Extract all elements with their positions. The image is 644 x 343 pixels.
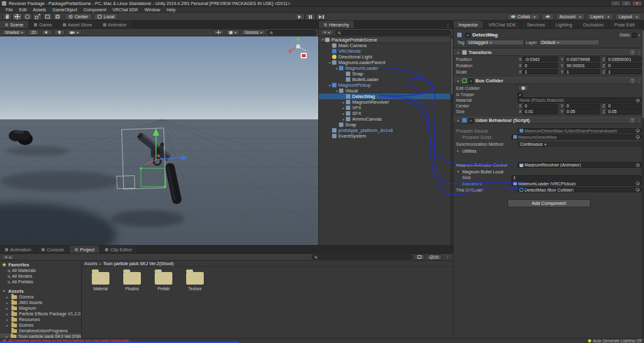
static-checkbox[interactable] [632,33,637,38]
hierarchy-item[interactable]: ▸ VFX [319,105,453,111]
foldout-arrow-icon[interactable]: ▸ [5,301,9,305]
asset-folder[interactable]: Material [88,272,113,291]
hidden-packages-icon[interactable]: 20 [426,254,441,260]
hierarchy-item[interactable]: ▾ MagnumPickup [319,82,453,88]
menu-item[interactable]: Edit [16,8,30,12]
inspector-tab[interactable]: Lighting [550,21,577,28]
panel-menu-icon[interactable]: ⋮ [443,23,453,28]
hierarchy-item[interactable]: ▾ MagnumLoader [319,65,453,71]
step-button[interactable] [316,13,326,20]
component-enabled-checkbox[interactable]: ✓ [469,118,474,123]
bullet-local-foldout[interactable]: ▾ Magnum Bullet Local [456,168,641,175]
rotation-z-field[interactable]: 0 [606,63,641,68]
hierarchy-item[interactable]: Main Camera [319,43,453,48]
breadcrumb-root[interactable]: Assets [84,261,97,266]
favorite-item[interactable]: All Materials [0,268,81,273]
size-y-field[interactable]: 0.05 [565,109,600,114]
scale-tool-button[interactable] [33,13,42,20]
hierarchy-item[interactable]: Snap [319,71,453,77]
scene-camera-dropdown[interactable] [226,30,240,35]
foldout-arrow-icon[interactable]: ▸ [5,318,9,322]
object-picker-icon[interactable] [636,188,640,192]
udon-behaviour-header[interactable]: ▾ ✓ Udon Behaviour (Script) ?⋮ [453,117,644,124]
scene-search-input[interactable] [267,30,316,35]
program-source-field[interactable]: MagnumDetectMag (UdonSharpProgramAsset) [518,128,641,134]
component-menu-icon[interactable]: ⋮ [637,118,641,123]
hierarchy-item[interactable]: VRCWorld [319,48,453,54]
foldout-arrow-icon[interactable]: ▸ [341,106,346,110]
foldout-arrow-icon[interactable]: ▾ [456,119,460,122]
menu-item[interactable]: VRChat SDK [109,8,142,12]
sync-method-dropdown[interactable]: Continuous [518,141,641,147]
view-tab[interactable]: Game [29,21,57,28]
space-toggle-button[interactable]: Local [94,13,118,20]
foldout-arrow-icon[interactable]: ▾ [2,289,6,293]
hierarchy-item[interactable]: prototype_platform_8x1x8 [319,128,453,133]
create-asset-button[interactable]: + [2,254,14,260]
scale-z-field[interactable]: 1 [606,69,641,74]
component-menu-icon[interactable]: ⋮ [637,79,641,84]
rect-tool-button[interactable] [43,13,52,20]
object-picker-icon[interactable] [636,129,640,133]
inspector-tab[interactable]: Pose Edit [609,21,640,28]
pivot-toggle-button[interactable]: Center [65,13,92,20]
collab-dropdown[interactable]: Collab [507,13,540,20]
2d-toggle-button[interactable]: 2D [28,30,39,35]
gameobject-name-field[interactable]: DetectMag [472,32,497,38]
hierarchy-search-input[interactable] [335,30,451,35]
hierarchy-item[interactable]: BulletLoader [319,77,453,82]
move-tool-button[interactable] [13,13,22,20]
hierarchy-item[interactable]: ▸ AmmoCanvas [319,116,453,122]
inspector-scrollbar[interactable] [641,29,644,338]
inspector-tab[interactable]: Occlusion [578,21,609,28]
bullet-size-field[interactable]: 1 [511,175,641,180]
static-dropdown-icon[interactable]: ▾ [638,33,640,37]
foldout-arrow-icon[interactable]: ▸ [341,101,346,104]
menu-item[interactable]: Component [80,8,109,12]
folder-item[interactable]: ▸ Resources [0,317,81,322]
object-picker-icon[interactable] [636,163,640,167]
project-search-input[interactable] [312,254,413,259]
foldout-arrow-icon[interactable]: ▾ [335,89,339,93]
size-x-field[interactable]: 0.01 [523,109,558,114]
position-x-field[interactable]: -0.0342 [523,57,558,62]
lighting-status-button[interactable]: Auto Generate Lighting Off [588,339,641,343]
play-button[interactable] [294,13,305,20]
size-z-field[interactable]: 0.05 [606,109,641,114]
box-collider-header[interactable]: ▾ ✓ Box Collider ?⋮ [453,77,644,84]
hand-tool-button[interactable] [3,13,12,20]
help-icon[interactable]: ? [630,79,635,83]
scene-viewport[interactable] [0,36,318,245]
foldout-arrow-icon[interactable]: ▾ [321,38,325,41]
account-dropdown[interactable]: Account [556,13,585,20]
add-component-button[interactable]: Add Component [508,199,591,207]
menu-item[interactable]: Assets [30,8,49,12]
bottom-tab[interactable]: Clip Editor [100,246,138,253]
panel-menu-icon[interactable]: ⋮ [444,254,452,260]
rotation-x-field[interactable]: 0 [523,63,558,68]
help-icon[interactable]: ? [630,50,635,55]
layers-dropdown[interactable]: Layers [587,13,613,20]
asset-folder[interactable]: Plugins [119,272,145,291]
bottom-tab[interactable]: Animation [0,246,36,253]
active-checkbox[interactable]: ✓ [465,33,470,38]
breadcrumb-leaf[interactable]: Toon particle pack SKJ Ver.2(Shoot) [103,261,174,266]
assets-root[interactable]: ▾ Assets [0,288,81,294]
transform-tool-button[interactable] [53,13,62,20]
hierarchy-item[interactable]: ▸ MagnumRevolver [319,99,453,105]
lighting-toggle-icon[interactable] [54,30,65,35]
audio-toggle-icon[interactable] [42,30,52,35]
tag-dropdown[interactable]: Untagged [466,40,524,45]
gizmos-dropdown[interactable]: Gizmos [242,30,265,35]
scale-x-field[interactable]: 1 [523,69,558,74]
folder-item[interactable]: ▸ Particle Effects Package V1.2.0 [0,311,81,317]
foldout-arrow-icon[interactable]: ▸ [5,295,9,299]
hierarchy-item[interactable]: Snap [319,122,453,128]
foldout-arrow-icon[interactable]: ▸ [5,307,9,310]
layout-dropdown[interactable]: Layout [615,13,641,20]
object-picker-icon[interactable] [636,135,640,139]
foldout-arrow-icon[interactable]: ▸ [456,149,460,153]
view-tab[interactable]: Scene [0,21,29,28]
transform-header[interactable]: ▾ Transform ?⋮ [453,49,644,56]
hierarchy-item[interactable]: DetectMag [319,94,453,99]
